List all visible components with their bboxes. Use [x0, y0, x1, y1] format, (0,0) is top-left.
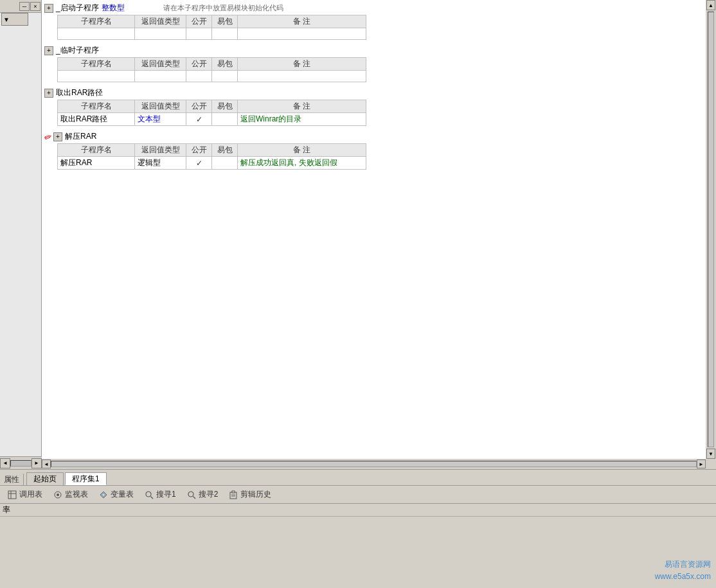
col-header-public-2: 公开	[186, 58, 212, 71]
cell-decompress-public[interactable]: ✓	[186, 157, 212, 170]
attr-label: 属性	[0, 474, 23, 485]
cell-extract-easy[interactable]	[212, 113, 238, 126]
cell-public[interactable]	[186, 28, 212, 40]
clipboard-btn[interactable]: 剪辑历史	[224, 487, 276, 502]
section-decompress-title: 解压RAR	[65, 131, 96, 142]
clipboard-label: 剪辑历史	[240, 489, 271, 500]
vertical-scrollbar: ▲ ▼	[706, 0, 716, 459]
call-table-label: 调用表	[19, 489, 42, 500]
monitor-label: 监视表	[65, 489, 88, 500]
col-header-easy-1: 易包	[212, 15, 238, 28]
cell-extract-type[interactable]: 文本型	[135, 113, 186, 126]
svg-rect-12	[232, 491, 235, 493]
footer-area	[0, 517, 716, 588]
col-header-type-4: 返回值类型	[135, 144, 186, 157]
watermark-line2: www.e5a5x.com	[655, 571, 711, 583]
search1-btn[interactable]: 搜寻1	[139, 487, 181, 502]
svg-point-4	[57, 494, 59, 496]
main-content-area: + _启动子程序 整数型 请在本子程序中放置易模块初始化代码 子程序名 返回值类…	[42, 0, 706, 459]
search1-icon	[144, 490, 154, 500]
horizontal-scrollbar: ◄ ►	[42, 459, 706, 469]
svg-point-9	[188, 492, 193, 497]
col-header-note-1: 备 注	[238, 15, 366, 28]
section-decompress-expand[interactable]: +	[53, 132, 62, 141]
cell-decompress-note: 解压成功返回真, 失败返回假	[238, 157, 366, 170]
tab-divider	[23, 474, 24, 485]
section-decompress-header: ✏ + 解压RAR	[44, 131, 703, 142]
cell-extract-name[interactable]: 取出RAR路径	[58, 113, 135, 126]
svg-rect-0	[8, 491, 16, 499]
section-temp-header: + _临时子程序	[44, 45, 703, 56]
table-row	[58, 71, 366, 82]
search2-btn[interactable]: 搜寻2	[182, 487, 223, 502]
table-decompress: 子程序名 返回值类型 公开 易包 备 注 解压RAR 逻辑型 ✓ 解压成功返回真…	[57, 143, 366, 170]
col-header-easy-4: 易包	[212, 144, 238, 157]
cell-note[interactable]	[238, 28, 366, 40]
cell-note[interactable]	[238, 71, 366, 82]
cell-decompress-type[interactable]: 逻辑型	[135, 157, 186, 170]
tab-home[interactable]: 起始页	[26, 472, 64, 485]
vscroll-up-btn[interactable]: ▲	[706, 0, 715, 10]
call-table-icon	[7, 490, 17, 500]
left-scroll-left[interactable]: ◄	[0, 458, 10, 468]
cell-decompress-name[interactable]: 解压RAR	[58, 157, 135, 170]
hscroll-left-btn[interactable]: ◄	[42, 459, 51, 468]
section-startup-desc: 请在本子程序中放置易模块初始化代码	[163, 3, 283, 13]
col-header-note-4: 备 注	[238, 144, 366, 157]
col-header-easy-2: 易包	[212, 58, 238, 71]
section-startup-title: _启动子程序	[56, 3, 99, 13]
monitor-btn[interactable]: 监视表	[48, 487, 93, 502]
table-extract: 子程序名 返回值类型 公开 易包 备 注 取出RAR路径 文本型 ✓ 返回Win…	[57, 100, 366, 126]
section-startup-expand[interactable]: +	[44, 4, 53, 13]
section-extract-expand[interactable]: +	[44, 89, 53, 98]
vscroll-down-btn[interactable]: ▼	[706, 449, 715, 459]
hscroll-track[interactable]	[51, 461, 697, 467]
status-text: 率	[3, 504, 10, 515]
svg-line-8	[151, 496, 154, 499]
variables-btn[interactable]: 变量表	[94, 487, 138, 502]
left-scroll-right[interactable]: ►	[31, 458, 42, 468]
tab-program1[interactable]: 程序集1	[65, 472, 107, 485]
cell-public[interactable]	[186, 71, 212, 82]
cell-extract-note: 返回Winrar的目录	[238, 113, 366, 126]
section-extract-path: + 取出RAR路径 子程序名 返回值类型 公开 易包 备 注 取出RAR路径	[44, 87, 703, 126]
hscroll-right-btn[interactable]: ►	[697, 459, 706, 468]
minimize-btn[interactable]: ─	[19, 2, 30, 11]
pencil-icon: ✏	[43, 130, 54, 143]
cell-type[interactable]	[135, 28, 186, 40]
section-startup: + _启动子程序 整数型 请在本子程序中放置易模块初始化代码 子程序名 返回值类…	[44, 3, 703, 40]
cell-type[interactable]	[135, 71, 186, 82]
cell-easy[interactable]	[212, 28, 238, 40]
clipboard-icon	[228, 490, 238, 500]
left-scroll-track[interactable]	[10, 460, 31, 467]
watermark-line1: 易语言资源网	[655, 558, 711, 571]
svg-line-10	[193, 496, 195, 499]
status-bar: 率	[0, 504, 716, 517]
table-startup: 子程序名 返回值类型 公开 易包 备 注	[57, 15, 366, 40]
svg-point-7	[146, 492, 151, 497]
section-startup-header: + _启动子程序 整数型 请在本子程序中放置易模块初始化代码	[44, 3, 703, 13]
cell-name[interactable]	[58, 71, 135, 82]
search1-label: 搜寻1	[156, 489, 176, 500]
cell-extract-public[interactable]: ✓	[186, 113, 212, 126]
content-inner: + _启动子程序 整数型 请在本子程序中放置易模块初始化代码 子程序名 返回值类…	[42, 0, 706, 177]
vscroll-track[interactable]	[708, 12, 714, 447]
section-temp-expand[interactable]: +	[44, 46, 53, 55]
col-header-public-3: 公开	[186, 100, 212, 113]
left-scrollbar: ◄ ►	[0, 456, 42, 469]
cell-easy[interactable]	[212, 71, 238, 82]
dropdown-btn[interactable]: ▼	[1, 13, 28, 26]
section-startup-type: 整数型	[102, 3, 125, 13]
col-header-note-2: 备 注	[238, 58, 366, 71]
col-header-name-3: 子程序名	[58, 100, 135, 113]
call-table-btn[interactable]: 调用表	[3, 487, 47, 502]
cell-decompress-easy[interactable]	[212, 157, 238, 170]
bottom-toolbar: 调用表 监视表 变量表 搜寻1	[0, 486, 716, 504]
variables-label: 变量表	[111, 489, 134, 500]
table-row	[58, 28, 366, 40]
left-panel: ─ × ▼ ◄ ►	[0, 0, 42, 469]
cell-name[interactable]	[58, 28, 135, 40]
search2-label: 搜寻2	[199, 489, 219, 500]
close-btn[interactable]: ×	[30, 2, 40, 11]
col-header-type-3: 返回值类型	[135, 100, 186, 113]
